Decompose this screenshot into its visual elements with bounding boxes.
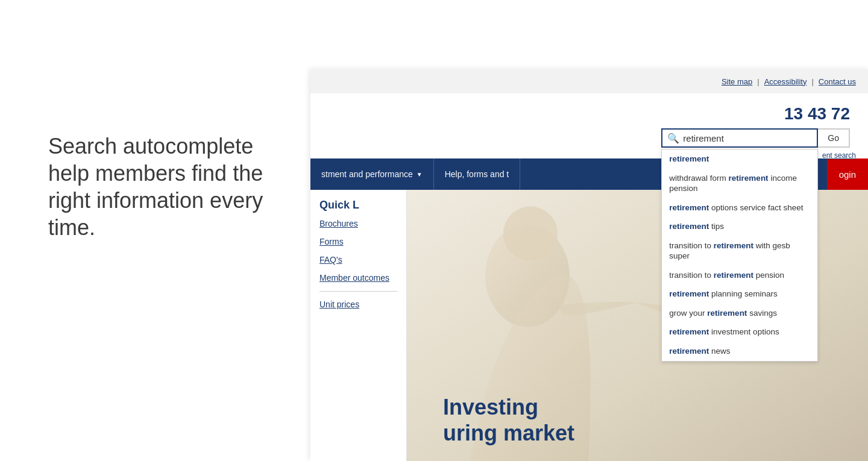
autocomplete-item-5[interactable]: transition to retirement pension	[662, 266, 817, 285]
hero-text: Investing uring market	[443, 394, 574, 446]
quick-link-forms[interactable]: Forms	[319, 237, 397, 246]
autocomplete-item-4[interactable]: transition to retirement with gesb super	[662, 236, 817, 266]
autocomplete-item-2[interactable]: retirement options service fact sheet	[662, 198, 817, 218]
phone-number: 13 43 72	[322, 99, 856, 128]
quick-link-member-outcomes[interactable]: Member outcomes	[319, 273, 397, 283]
search-input-wrapper: 🔍	[661, 128, 818, 148]
unit-prices-link[interactable]: Unit prices	[319, 299, 359, 309]
login-label: ogin	[839, 169, 856, 180]
quick-links-panel: Quick L Brochures Forms FAQ's Member out…	[310, 190, 407, 461]
search-input[interactable]	[683, 133, 812, 143]
website-panel: Site map | Accessibility | Contact us 13…	[310, 69, 868, 461]
nav-item-investment[interactable]: stment and performance ▼	[310, 158, 434, 190]
hero-line1: Investing	[443, 394, 574, 420]
autocomplete-item-9[interactable]: retirement news	[662, 342, 817, 361]
search-container: 🔍 Go retirement withdrawal form retireme…	[661, 128, 850, 148]
left-panel: Search autocomplete help members find th…	[0, 0, 310, 461]
svg-point-2	[503, 207, 558, 261]
autocomplete-item-1[interactable]: withdrawal form retirement income pensio…	[662, 169, 817, 198]
nav-item-help[interactable]: Help, forms and t	[434, 158, 521, 190]
separator-2: |	[811, 77, 813, 86]
separator-1: |	[757, 77, 759, 86]
quick-links-title: Quick L	[319, 199, 397, 212]
utility-bar: Site map | Accessibility | Contact us	[310, 69, 868, 93]
quick-link-faqs[interactable]: FAQ's	[319, 255, 397, 265]
hero-line2: uring market	[443, 420, 574, 446]
autocomplete-item-6[interactable]: retirement planning seminars	[662, 284, 817, 304]
autocomplete-item-8[interactable]: retirement investment options	[662, 322, 817, 342]
autocomplete-item-0[interactable]: retirement	[662, 149, 817, 169]
site-map-link[interactable]: Site map	[722, 77, 752, 86]
chevron-down-icon: ▼	[417, 171, 423, 178]
search-icon: 🔍	[667, 133, 679, 144]
search-area: 🔍 Go retirement withdrawal form retireme…	[322, 128, 856, 154]
quick-links-divider	[319, 291, 397, 292]
autocomplete-dropdown: retirement withdrawal form retirement in…	[661, 149, 818, 362]
accessibility-link[interactable]: Accessibility	[764, 77, 807, 86]
login-button[interactable]: ogin	[827, 158, 868, 190]
autocomplete-item-7[interactable]: grow your retirement savings	[662, 304, 817, 323]
tagline-text: Search autocomplete help members find th…	[48, 133, 286, 241]
header: 13 43 72 🔍 Go retirement withdrawal form…	[310, 93, 868, 154]
go-button[interactable]: Go	[818, 128, 850, 148]
contact-us-link[interactable]: Contact us	[819, 77, 856, 86]
content-search-link[interactable]: ent search	[822, 151, 856, 160]
autocomplete-item-3[interactable]: retirement tips	[662, 217, 817, 236]
quick-link-brochures[interactable]: Brochures	[319, 219, 397, 228]
